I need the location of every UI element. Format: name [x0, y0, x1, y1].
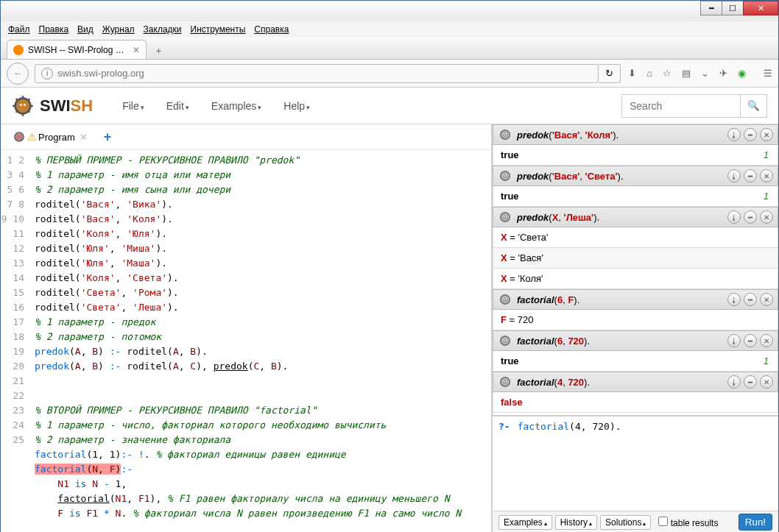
- close-result-icon[interactable]: ✕: [760, 210, 773, 224]
- swish-logo[interactable]: SWISH: [12, 95, 93, 117]
- minimize-result-icon[interactable]: ━: [744, 210, 757, 224]
- editor-tab-program[interactable]: ⚠ Program ✕: [7, 128, 94, 146]
- query-code[interactable]: factorial(4, 720).: [518, 421, 772, 506]
- run-button[interactable]: Run!: [739, 514, 772, 531]
- library-icon[interactable]: ▤: [682, 68, 691, 79]
- close-result-icon[interactable]: ✕: [760, 334, 773, 347]
- pocket-icon[interactable]: ⌄: [701, 68, 709, 79]
- menu-bookmarks[interactable]: Закладки: [144, 24, 182, 35]
- close-result-icon[interactable]: ✕: [760, 375, 773, 389]
- close-result-icon[interactable]: ✕: [760, 293, 773, 306]
- query-result-row: true1: [493, 186, 778, 207]
- close-result-icon[interactable]: ✕: [760, 169, 773, 182]
- download-result-icon[interactable]: ⭳: [727, 169, 741, 182]
- svg-point-17: [506, 133, 507, 135]
- code-editor[interactable]: 1 2 3 4 5 6 7 8 9 10 11 12 13 14 15 16 1…: [1, 149, 491, 532]
- workspace: ⚠ Program ✕ + 1 2 3 4 5 6 7 8 9 10 11 12…: [1, 124, 778, 532]
- maximize-button[interactable]: ☐: [722, 1, 744, 15]
- query-header[interactable]: predok(X, 'Леша').⭳━✕: [493, 207, 778, 227]
- menu-journal[interactable]: Журнал: [102, 24, 135, 35]
- minimize-result-icon[interactable]: ━: [744, 334, 757, 347]
- search-button[interactable]: 🔍: [740, 95, 766, 117]
- menu-tools[interactable]: Инструменты: [191, 24, 246, 35]
- query-footer: Examples History Solutions table results…: [493, 511, 778, 532]
- new-tab-button[interactable]: ＋: [149, 43, 167, 59]
- query-header[interactable]: factorial(6, 720).⭳━✕: [493, 330, 778, 351]
- download-result-icon[interactable]: ⭳: [727, 375, 741, 389]
- close-button[interactable]: ✕: [743, 1, 778, 15]
- logo-text-b: SH: [71, 96, 94, 116]
- query-header[interactable]: factorial(6, F).⭳━✕: [493, 289, 778, 310]
- minimize-result-icon[interactable]: ━: [744, 375, 757, 389]
- examples-button[interactable]: Examples: [498, 515, 552, 530]
- logo-gear-icon: [12, 95, 34, 117]
- svg-point-10: [20, 104, 22, 106]
- close-result-icon[interactable]: ✕: [760, 128, 773, 141]
- logo-text-a: SWI: [40, 96, 71, 116]
- url-input[interactable]: i swish.swi-prolog.org: [35, 64, 599, 83]
- menu-icon[interactable]: ☰: [764, 68, 772, 79]
- menu-edit[interactable]: Правка: [39, 24, 69, 35]
- svg-point-33: [506, 339, 507, 341]
- query-gear-icon: [498, 333, 512, 348]
- svg-point-18: [502, 173, 509, 180]
- menu-view[interactable]: Вид: [77, 24, 94, 35]
- minimize-result-icon[interactable]: ━: [744, 169, 757, 182]
- table-results-label[interactable]: table results: [658, 517, 718, 528]
- add-tab-button[interactable]: +: [104, 130, 112, 145]
- query-result-row: F = 720: [493, 310, 778, 330]
- menu-help[interactable]: Справка: [254, 24, 289, 35]
- site-info-icon[interactable]: i: [41, 68, 53, 79]
- window-titlebar: ━ ☐ ✕: [1, 1, 778, 21]
- svg-point-11: [24, 104, 26, 106]
- svg-point-22: [502, 214, 509, 221]
- svg-point-16: [504, 133, 505, 135]
- solutions-button[interactable]: Solutions: [600, 515, 651, 530]
- svg-point-14: [502, 132, 509, 138]
- editor-tab-close-icon[interactable]: ✕: [80, 132, 88, 143]
- minimize-button[interactable]: ━: [700, 1, 722, 15]
- query-header[interactable]: factorial(4, 720).⭳━✕: [493, 372, 778, 392]
- search-input[interactable]: [622, 95, 740, 117]
- home-icon[interactable]: ⌂: [646, 68, 652, 79]
- svg-point-36: [504, 380, 505, 382]
- menu-file[interactable]: Файл: [8, 24, 30, 35]
- table-results-checkbox[interactable]: [658, 517, 668, 526]
- svg-point-21: [506, 174, 507, 176]
- query-header[interactable]: predok('Вася', 'Света').⭳━✕: [493, 166, 778, 186]
- query-result-row: true1: [493, 145, 778, 166]
- query-header[interactable]: predok('Вася', 'Коля').⭳━✕: [493, 124, 778, 145]
- query-input-area[interactable]: ?- factorial(4, 720).: [493, 416, 778, 511]
- download-result-icon[interactable]: ⭳: [727, 334, 741, 347]
- query-prompt: ?-: [498, 421, 510, 506]
- editor-tab-label: Program: [38, 132, 75, 143]
- send-icon[interactable]: ✈: [719, 68, 727, 79]
- swish-menu-file[interactable]: File: [122, 100, 144, 112]
- download-icon[interactable]: ⬇: [628, 68, 636, 79]
- query-result-row: false: [493, 392, 778, 413]
- minimize-result-icon[interactable]: ━: [744, 128, 757, 141]
- toolbar-icons: ⬇ ⌂ ☆ ▤ ⌄ ✈ ◉ ☰: [628, 68, 772, 79]
- download-result-icon[interactable]: ⭳: [727, 210, 741, 224]
- star-icon[interactable]: ☆: [663, 68, 672, 79]
- reload-button[interactable]: ↻: [599, 64, 621, 83]
- code-area[interactable]: % ПЕРВЫЙ ПРИМЕР - РЕКУРСИВНОЕ ПРАВИЛО "p…: [29, 150, 491, 532]
- addon-icon[interactable]: ◉: [738, 68, 746, 79]
- back-button[interactable]: ←: [7, 63, 29, 85]
- query-results: predok('Вася', 'Коля').⭳━✕true1predok('В…: [493, 124, 778, 415]
- swish-menu-examples[interactable]: Examples: [211, 100, 261, 112]
- swish-menu-help[interactable]: Help: [283, 100, 310, 112]
- tab-close-icon[interactable]: ✕: [133, 45, 140, 55]
- download-result-icon[interactable]: ⭳: [727, 128, 741, 141]
- editor-tabs: ⚠ Program ✕ +: [1, 124, 491, 149]
- history-button[interactable]: History: [555, 515, 597, 530]
- svg-point-34: [502, 379, 509, 386]
- swish-menu-edit[interactable]: Edit: [166, 100, 189, 112]
- browser-tab[interactable]: SWISH -- SWI-Prolog for S… ✕: [7, 40, 147, 59]
- line-gutter: 1 2 3 4 5 6 7 8 9 10 11 12 13 14 15 16 1…: [1, 150, 29, 532]
- svg-point-24: [504, 216, 505, 217]
- minimize-result-icon[interactable]: ━: [744, 293, 757, 306]
- query-result-row: X = 'Коля': [493, 269, 778, 289]
- download-result-icon[interactable]: ⭳: [727, 293, 741, 306]
- svg-point-25: [506, 216, 507, 217]
